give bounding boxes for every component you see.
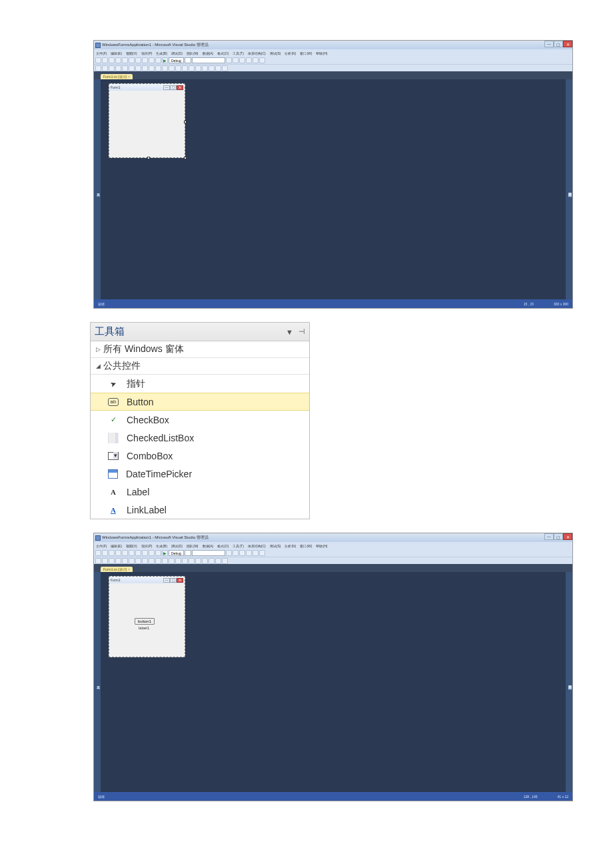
close-button[interactable]: ✕ bbox=[563, 533, 572, 540]
toolbar-btn[interactable] bbox=[222, 65, 228, 71]
left-sidebar-tabs[interactable]: 工具箱 bbox=[94, 79, 101, 299]
search-box[interactable] bbox=[192, 57, 225, 63]
toolbar-btn[interactable] bbox=[102, 65, 108, 71]
title-bar[interactable]: WindowsFormsApplication1 - Microsoft Vis… bbox=[94, 533, 572, 542]
toolbar-btn[interactable] bbox=[129, 558, 135, 564]
toolbar-btn[interactable] bbox=[149, 65, 155, 71]
toolbar-btn[interactable] bbox=[169, 558, 175, 564]
label1-control[interactable]: label1 bbox=[139, 626, 149, 630]
platform-dropdown[interactable] bbox=[185, 57, 191, 63]
menu-debug[interactable]: 调试(D) bbox=[171, 51, 183, 55]
config-dropdown[interactable]: Debug bbox=[169, 550, 184, 556]
toolbar-btn[interactable] bbox=[259, 550, 265, 556]
toolbar-btn[interactable] bbox=[122, 558, 128, 564]
toolbox-item-checkbox[interactable]: ✓ CheckBox bbox=[91, 411, 309, 429]
toolbar-btn[interactable] bbox=[95, 558, 101, 564]
form1-designer[interactable]: Form1 — ▢ ✕ button1 label1 bbox=[109, 576, 185, 657]
resize-handle[interactable] bbox=[184, 157, 187, 159]
play-icon[interactable]: ▶ bbox=[162, 550, 168, 556]
config-dropdown[interactable]: Debug bbox=[169, 57, 184, 63]
toolbar-btn[interactable] bbox=[239, 57, 245, 63]
menu-format[interactable]: 格式(O) bbox=[217, 51, 229, 55]
toolbar-btn[interactable] bbox=[215, 558, 221, 564]
maximize-button[interactable]: ▢ bbox=[554, 533, 563, 540]
menu-project[interactable]: 项目(P) bbox=[141, 544, 153, 548]
group-all-windows[interactable]: ▷ 所有 Windows 窗体 bbox=[91, 341, 309, 358]
toolbar-btn[interactable] bbox=[155, 65, 161, 71]
toolbar-btn[interactable] bbox=[253, 550, 259, 556]
toolbar-btn[interactable] bbox=[175, 65, 181, 71]
title-bar[interactable]: WindowsFormsApplication1 - Microsoft Vis… bbox=[94, 41, 572, 49]
toolbar-btn[interactable] bbox=[162, 65, 168, 71]
designer-canvas[interactable]: Form1 — ▢ ✕ button1 label1 bbox=[101, 572, 566, 792]
toolbar-btn[interactable] bbox=[135, 57, 141, 63]
platform-dropdown[interactable] bbox=[185, 550, 191, 556]
menu-tools[interactable]: 工具(T) bbox=[232, 544, 244, 548]
menu-window[interactable]: 窗口(W) bbox=[299, 51, 312, 55]
toolbox-item-combobox[interactable]: ComboBox bbox=[91, 447, 309, 465]
toolbar-btn[interactable] bbox=[122, 550, 128, 556]
toolbar-btn[interactable] bbox=[226, 550, 232, 556]
menu-window[interactable]: 窗口(W) bbox=[299, 544, 312, 548]
close-button[interactable]: ✕ bbox=[563, 41, 572, 47]
menu-build[interactable]: 生成(B) bbox=[155, 544, 168, 548]
toolbar-btn[interactable] bbox=[115, 550, 121, 556]
toolbox-item-label[interactable]: A Label bbox=[91, 483, 309, 501]
menu-team[interactable]: 团队(M) bbox=[186, 51, 199, 55]
toolbar-btn[interactable] bbox=[129, 57, 135, 63]
menu-project[interactable]: 项目(P) bbox=[141, 51, 153, 55]
right-sidebar-tabs[interactable]: 解决方案资源管理器 属性 bbox=[566, 572, 572, 792]
toolbar-btn[interactable] bbox=[182, 558, 188, 564]
toolbar-btn[interactable] bbox=[129, 65, 135, 71]
toolbar-btn[interactable] bbox=[189, 558, 195, 564]
toolbar-btn[interactable] bbox=[182, 65, 188, 71]
menu-data[interactable]: 数据(A) bbox=[202, 51, 215, 55]
toolbar-btn[interactable] bbox=[169, 65, 175, 71]
menu-analyze[interactable]: 分析(N) bbox=[284, 51, 297, 55]
toolbox-item-linklabel[interactable]: A LinkLabel bbox=[91, 501, 309, 519]
toolbox-item-datetimepicker[interactable]: DateTimePicker bbox=[91, 465, 309, 483]
toolbar-btn[interactable] bbox=[233, 550, 239, 556]
toolbar-btn[interactable] bbox=[209, 558, 215, 564]
menu-data[interactable]: 数据(A) bbox=[202, 544, 215, 548]
toolbar-btn[interactable] bbox=[175, 558, 181, 564]
left-sidebar-tabs[interactable]: 工具箱 bbox=[94, 572, 101, 792]
toolbar-btn[interactable] bbox=[155, 57, 161, 63]
form-client-area[interactable] bbox=[109, 91, 185, 157]
toolbar-btn[interactable] bbox=[195, 65, 201, 71]
menu-help[interactable]: 帮助(H) bbox=[315, 544, 328, 548]
resize-handle[interactable] bbox=[184, 121, 187, 123]
menu-test[interactable]: 测试(S) bbox=[269, 51, 282, 55]
toolbar-btn[interactable] bbox=[253, 57, 259, 63]
menu-bar[interactable]: 文件(F) 编辑(E) 视图(V) 项目(P) 生成(B) 调试(D) 团队(M… bbox=[94, 49, 572, 57]
menu-file[interactable]: 文件(F) bbox=[95, 544, 107, 548]
toolbar-btn[interactable] bbox=[122, 57, 128, 63]
search-box[interactable] bbox=[192, 550, 225, 556]
menu-test[interactable]: 测试(S) bbox=[269, 544, 282, 548]
toolbar-btn[interactable] bbox=[142, 550, 148, 556]
toolbar-btn[interactable] bbox=[202, 65, 208, 71]
toolbar-btn[interactable] bbox=[129, 550, 135, 556]
toolbar-btn[interactable] bbox=[195, 558, 201, 564]
maximize-button[interactable]: ▢ bbox=[554, 41, 563, 47]
toolbar-btn[interactable] bbox=[135, 558, 141, 564]
right-sidebar-tabs[interactable]: 解决方案资源管理器 属性 bbox=[566, 79, 572, 299]
toolbar-btn[interactable] bbox=[142, 57, 148, 63]
toolbar-btn[interactable] bbox=[95, 550, 101, 556]
toolbar-btn[interactable] bbox=[246, 57, 252, 63]
menu-edit[interactable]: 编辑(E) bbox=[110, 544, 123, 548]
toolbar-btn[interactable] bbox=[209, 65, 215, 71]
designer-canvas[interactable]: Form1 — ▢ ✕ bbox=[101, 79, 566, 299]
menu-tools[interactable]: 工具(T) bbox=[232, 51, 244, 55]
menu-bar[interactable]: 文件(F) 编辑(E) 视图(V) 项目(P) 生成(B) 调试(D) 团队(M… bbox=[94, 542, 572, 549]
close-icon[interactable]: × bbox=[128, 567, 130, 571]
toolbar-btn[interactable] bbox=[102, 558, 108, 564]
toolbar-btn[interactable] bbox=[246, 550, 252, 556]
toolbar-btn[interactable] bbox=[155, 550, 161, 556]
toolbar-btn[interactable] bbox=[115, 65, 121, 71]
menu-build[interactable]: 生成(B) bbox=[155, 51, 168, 55]
toolbar-btn[interactable] bbox=[222, 558, 228, 564]
resize-handle[interactable] bbox=[147, 157, 150, 159]
tab-form1-designer[interactable]: Form1.cs [设计] × bbox=[101, 74, 133, 79]
toolbar-btn[interactable] bbox=[202, 558, 208, 564]
